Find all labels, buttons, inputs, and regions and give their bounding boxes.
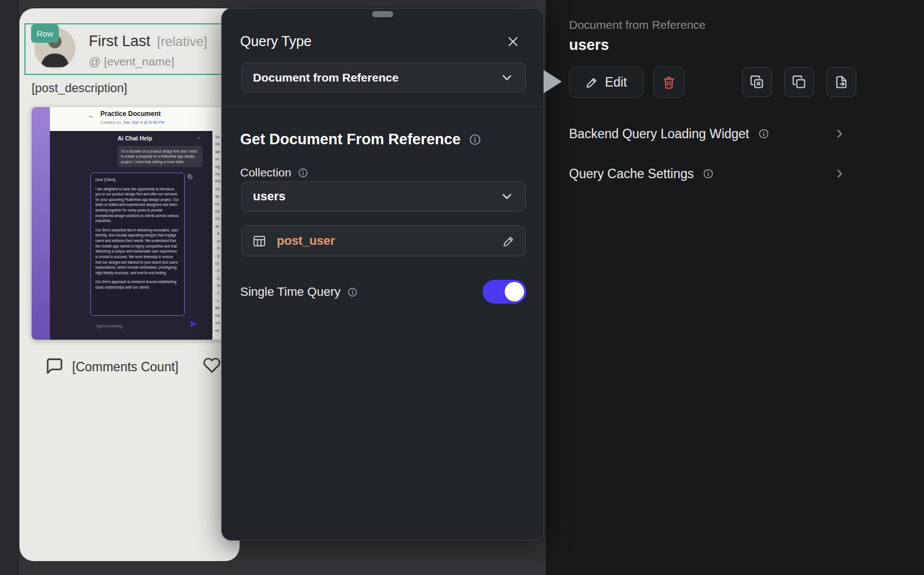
preview-purple-strip xyxy=(32,107,50,340)
document-reference-field[interactable]: post_user xyxy=(241,225,526,256)
section-title: Get Document From Reference xyxy=(240,131,461,148)
single-time-query-label: Single Time Query xyxy=(240,285,341,299)
collection-label: Collection xyxy=(240,166,291,179)
query-type-value: Document from Reference xyxy=(253,71,399,84)
close-icon xyxy=(506,35,520,48)
trash-icon xyxy=(662,75,676,89)
info-icon[interactable] xyxy=(703,168,714,179)
edit-button-label: Edit xyxy=(605,75,627,90)
paste-query-button[interactable] xyxy=(826,67,856,97)
canvas-left-gutter xyxy=(0,0,19,575)
created-date: Sat, Mar 4 @ 8:48 PM xyxy=(123,120,164,125)
paste-export-icon xyxy=(834,75,849,89)
preview-doc-title: Practice Document xyxy=(100,110,161,118)
created-prefix: Created on: xyxy=(100,120,123,125)
app-root: Row First Last[relative] @ [event_name] … xyxy=(0,0,924,575)
pencil-icon xyxy=(586,76,598,89)
edit-query-button[interactable]: Edit xyxy=(569,67,643,98)
reply-paragraph: Our firm's expertise lies in delivering … xyxy=(95,228,180,275)
comments-count-label[interactable]: [Comments Count] xyxy=(72,360,179,375)
collection-dropdown[interactable]: users xyxy=(241,181,526,211)
edit-pencil-icon[interactable] xyxy=(502,235,515,248)
query-type-dropdown[interactable]: Document from Reference xyxy=(241,63,526,92)
single-time-query-toggle[interactable] xyxy=(483,280,526,304)
info-icon[interactable] xyxy=(298,168,308,178)
query-kind-subtitle: Document from Reference xyxy=(569,18,705,32)
reply-paragraph: I am delighted to have the opportunity t… xyxy=(95,186,180,224)
backend-query-loading-widget-row[interactable]: Backend Query Loading Widget xyxy=(569,120,846,147)
modal-divider xyxy=(222,107,544,107)
info-icon[interactable] xyxy=(758,128,769,139)
copy-icon xyxy=(187,174,192,179)
post-description[interactable]: [post_description] xyxy=(32,81,127,95)
heart-icon[interactable] xyxy=(202,356,221,374)
query-type-modal: Query Type Document from Reference Get D… xyxy=(221,8,544,541)
chat-reply-message: Dear [Client],I am delighted to have the… xyxy=(90,173,185,316)
chevron-down-icon xyxy=(500,70,514,85)
toggle-knob xyxy=(505,282,524,301)
chevron-right-icon xyxy=(833,167,846,180)
info-icon[interactable] xyxy=(347,287,358,297)
copy-query-button[interactable] xyxy=(784,67,814,97)
delete-query-button[interactable] xyxy=(653,67,684,98)
chevron-down-icon xyxy=(500,189,514,204)
reply-paragraph: Our firm's approach is centered around e… xyxy=(95,279,180,290)
row-label: Backend Query Loading Widget xyxy=(569,127,749,142)
chat-input-placeholder: Type something... xyxy=(95,324,125,328)
document-preview-widget[interactable]: ← Practice Document Created on: Sat, Mar… xyxy=(32,107,240,340)
selection-badge[interactable]: Row xyxy=(31,24,59,43)
phone-canvas[interactable]: Row First Last[relative] @ [event_name] … xyxy=(19,8,240,561)
send-icon xyxy=(190,320,197,328)
copy-icon xyxy=(792,75,806,89)
chat-user-message: I'm a founder of a product design firm a… xyxy=(118,146,202,167)
remove-query-button[interactable] xyxy=(742,67,772,97)
section-heading: Get Document From Reference xyxy=(240,131,481,148)
properties-panel: Document from Reference users Edit Backe… xyxy=(546,0,924,575)
table-icon xyxy=(252,234,267,249)
comments-icon[interactable] xyxy=(44,357,64,376)
info-icon[interactable] xyxy=(469,133,481,146)
preview-chat-panel: Ai Chat Help I'm a founder of a product … xyxy=(50,131,212,340)
reference-value: post_user xyxy=(277,234,335,248)
collection-value: users xyxy=(253,189,286,204)
chat-title: Ai Chat Help xyxy=(118,135,152,142)
modal-title: Query Type xyxy=(240,33,312,49)
modal-drag-handle[interactable] xyxy=(372,11,393,17)
row-label: Query Cache Settings xyxy=(569,167,694,181)
query-cache-settings-row[interactable]: Query Cache Settings xyxy=(569,160,846,187)
collection-label-row: Collection xyxy=(240,166,308,179)
query-collection-title: users xyxy=(569,37,609,54)
modal-pointer-arrow xyxy=(544,70,562,93)
reply-paragraph: Dear [Client], xyxy=(95,177,180,183)
close-button[interactable] xyxy=(501,30,525,53)
chevron-right-icon xyxy=(833,127,846,140)
square-x-copy-icon xyxy=(750,75,764,89)
chevron-down-icon xyxy=(196,136,201,140)
preview-created-line: Created on: Sat, Mar 4 @ 8:48 PM xyxy=(100,120,165,125)
single-time-query-row: Single Time Query xyxy=(240,285,358,299)
back-arrow-icon: ← xyxy=(88,112,95,119)
